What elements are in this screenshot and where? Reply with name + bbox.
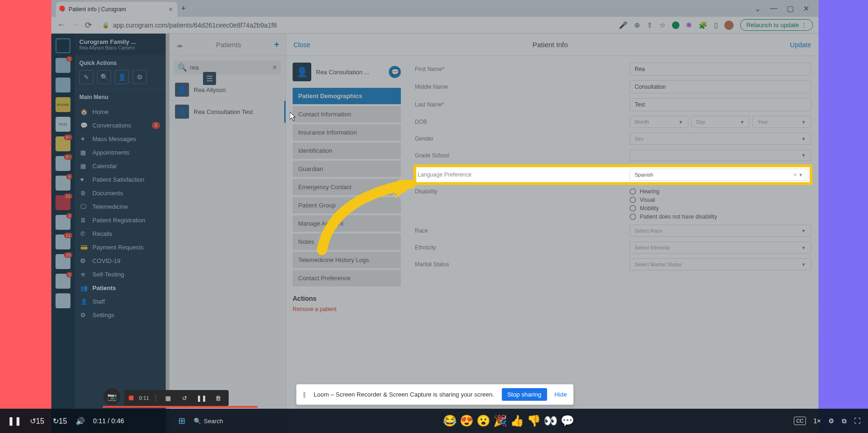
rail-item[interactable]: 21: [56, 195, 70, 210]
section-tab-insurance-information[interactable]: Insurance Information: [293, 124, 401, 141]
menu-item-payment-requests[interactable]: 💳Payment Requests: [75, 241, 166, 254]
settings-gear-icon[interactable]: ⚙: [828, 417, 834, 425]
menu-item-patients[interactable]: 👥Patients: [75, 281, 166, 295]
share-icon[interactable]: ⇪: [647, 21, 653, 29]
play-pause-button[interactable]: ❚❚: [7, 416, 21, 426]
dob-month-select[interactable]: Month▼: [630, 116, 688, 128]
rail-item[interactable]: 9+: [56, 136, 70, 151]
back-button[interactable]: ←: [57, 20, 65, 30]
patient-result-item[interactable]: 👤Rea Consultation Test: [169, 101, 286, 123]
search-action-icon[interactable]: 🔍: [97, 70, 111, 84]
maximize-icon[interactable]: ▢: [787, 4, 794, 13]
reload-button[interactable]: ⟳: [85, 20, 92, 30]
stop-sharing-button[interactable]: Stop sharing: [502, 388, 547, 401]
rail-item[interactable]: 1: [56, 58, 70, 73]
clear-language-icon[interactable]: ×: [794, 172, 797, 177]
disability-option[interactable]: Mobility: [630, 205, 717, 212]
compose-icon[interactable]: ✎: [79, 70, 93, 84]
section-tab-emergency-contact[interactable]: Emergency Contact: [293, 179, 401, 195]
extension-icon[interactable]: ❋: [686, 21, 692, 29]
grade-select[interactable]: ▼: [630, 149, 811, 161]
menu-item-covid-19[interactable]: ❂COVID-19: [75, 254, 166, 268]
ethnicity-select[interactable]: Select Ethnicity▼: [630, 241, 811, 254]
menu-item-home[interactable]: 🏠Home: [75, 105, 166, 119]
extensions-puzzle-icon[interactable]: 🧩: [699, 21, 707, 29]
section-tab-guardian[interactable]: Guardian: [293, 161, 401, 177]
close-window-icon[interactable]: ✕: [803, 4, 809, 13]
menu-item-patient-satisfaction[interactable]: ♥Patient Satisfaction: [75, 173, 166, 186]
menu-item-documents[interactable]: 🗎Documents: [75, 186, 166, 200]
menu-item-settings[interactable]: ⚙Settings: [75, 308, 166, 322]
browser-tab[interactable]: ◆ Patient info | Curogram ×: [56, 2, 177, 17]
emoji-surprised[interactable]: 😮: [476, 414, 490, 427]
zoom-icon[interactable]: ⊕: [634, 21, 640, 29]
patient-search-input[interactable]: [190, 64, 269, 71]
close-link[interactable]: Close: [294, 41, 310, 49]
windows-start-icon[interactable]: ⊞: [178, 416, 185, 426]
comment-icon[interactable]: 💬: [560, 414, 574, 427]
dob-year-select[interactable]: Year▼: [752, 116, 811, 128]
section-tab-contact-preference[interactable]: Contact Preference: [293, 270, 401, 286]
menu-item-mass-messages[interactable]: ✦Mass Messages: [75, 132, 166, 146]
menu-item-self-testing[interactable]: ☣Self-Testing: [75, 268, 166, 281]
emoji-thumbs-up[interactable]: 👍: [510, 414, 524, 427]
grammarly-icon[interactable]: [672, 21, 679, 29]
section-tab-patient-group[interactable]: Patient Group: [293, 197, 401, 213]
patient-result-item[interactable]: 👤Rea Allyson: [169, 79, 286, 101]
race-select[interactable]: Select Race▼: [630, 225, 811, 237]
forward-button[interactable]: ↻15: [53, 417, 67, 426]
taskbar-search[interactable]: 🔍 Search: [194, 418, 223, 425]
language-select[interactable]: Spanish×▼: [630, 169, 808, 181]
close-tab-icon[interactable]: ×: [169, 6, 173, 13]
rail-item[interactable]: 2: [56, 215, 70, 230]
rail-search-icon[interactable]: [56, 38, 70, 53]
rail-item[interactable]: IRVINE: [56, 97, 70, 112]
loom-restart-icon[interactable]: ↺: [179, 392, 190, 404]
update-button[interactable]: Update: [790, 41, 811, 49]
section-tab-notes[interactable]: Notes: [293, 234, 401, 250]
add-patient-button[interactable]: +: [274, 40, 279, 50]
hamburger-menu-icon[interactable]: ☰: [203, 72, 216, 85]
loom-stop-icon[interactable]: [129, 396, 133, 400]
rail-item[interactable]: [56, 293, 70, 308]
minimize-icon[interactable]: —: [770, 4, 777, 13]
menu-item-telemedicine[interactable]: 🖵Telemedicine: [75, 200, 166, 213]
clear-search-icon[interactable]: ✕: [272, 64, 277, 71]
menu-item-calendar[interactable]: ▦Calendar: [75, 159, 166, 173]
person-icon[interactable]: 👤: [115, 70, 129, 84]
emoji-joy[interactable]: 😂: [443, 414, 457, 427]
speed-button[interactable]: 1×: [813, 417, 821, 425]
emoji-heart-eyes[interactable]: 😍: [460, 414, 474, 427]
loom-grid-icon[interactable]: ▦: [162, 392, 174, 404]
section-tab-telemedicine-history-logs[interactable]: Telemedicine History Logs: [293, 252, 401, 268]
section-tab-manage-account[interactable]: Manage Account: [293, 215, 401, 232]
rail-item[interactable]: [56, 78, 70, 92]
marital-select[interactable]: Select Marital Status▼: [630, 258, 811, 270]
rail-item[interactable]: 9+: [56, 156, 70, 171]
panel-icon[interactable]: ▯: [714, 21, 718, 29]
last-name-input[interactable]: [630, 98, 811, 111]
emoji-party[interactable]: 🎉: [493, 414, 507, 427]
rail-item[interactable]: 3: [56, 274, 70, 289]
section-tab-patient-demographics[interactable]: Patient Demographics: [293, 88, 401, 104]
profile-avatar[interactable]: [724, 21, 734, 30]
relaunch-button[interactable]: Relaunch to update ⋮: [740, 19, 813, 31]
section-tab-identification[interactable]: Identification: [293, 142, 401, 159]
middle-name-input[interactable]: [630, 80, 811, 93]
disability-option[interactable]: Patient does not have disability: [630, 213, 717, 220]
dob-day-select[interactable]: Day▼: [691, 116, 750, 128]
address-bar[interactable]: 🔒 app.curogram.com/patients/64d261ceec0e…: [98, 21, 613, 29]
rail-item[interactable]: 4: [56, 176, 70, 191]
patient-search-box[interactable]: 🔍 ✕: [174, 61, 281, 74]
pip-icon[interactable]: ⧉: [842, 417, 847, 425]
chat-icon[interactable]: 💬: [389, 66, 401, 78]
disability-option[interactable]: Hearing: [630, 188, 717, 195]
volume-icon[interactable]: 🔊: [76, 417, 85, 426]
settings-sliders-icon[interactable]: ⚙: [133, 70, 147, 84]
scrollbar[interactable]: [166, 34, 169, 433]
star-icon[interactable]: ☆: [659, 21, 665, 29]
rail-item[interactable]: 11: [56, 234, 70, 249]
emoji-eyes[interactable]: 👀: [544, 414, 558, 427]
mic-icon[interactable]: 🎤: [619, 21, 628, 29]
remove-patient-link[interactable]: Remove a patient: [293, 306, 401, 312]
